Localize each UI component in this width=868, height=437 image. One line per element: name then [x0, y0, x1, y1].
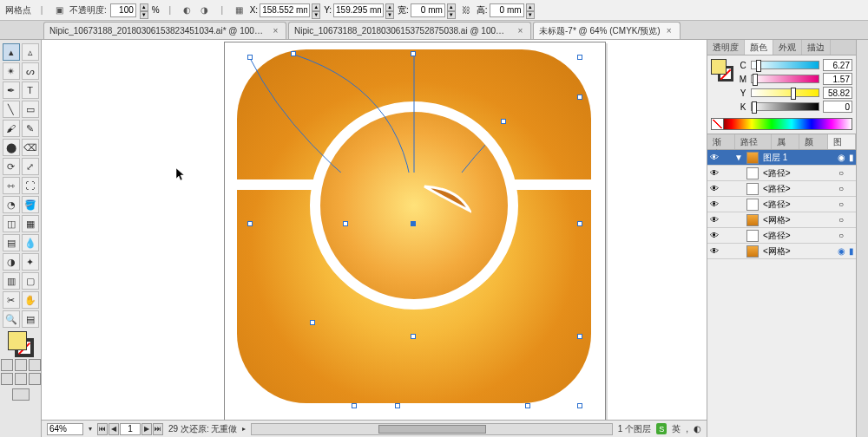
visibility-toggle[interactable]: 👁 — [707, 199, 721, 209]
rectangle-tool[interactable]: ▭ — [22, 101, 39, 118]
shape-builder-tool[interactable]: ◔ — [3, 196, 20, 213]
layer-list[interactable]: 👁 ▼ 图层 1 ◉ ▮ 👁 <路径> ○ — [707, 150, 856, 437]
m-value-input[interactable] — [823, 73, 852, 85]
anchor-point[interactable] — [411, 51, 416, 56]
print-tiling-tool[interactable]: ▤ — [22, 310, 39, 328]
live-paint-tool[interactable]: 🪣 — [22, 196, 39, 213]
y-value-input[interactable] — [823, 87, 852, 99]
anchor-point[interactable] — [411, 334, 416, 339]
anchor-point[interactable] — [501, 119, 506, 124]
opacity-stepper[interactable]: ▲▼ — [140, 3, 148, 17]
c-value-input[interactable] — [823, 59, 852, 71]
h-stepper[interactable]: ▲▼ — [526, 3, 535, 17]
ime-punct-icon[interactable]: , — [686, 424, 688, 434]
visibility-toggle[interactable]: 👁 — [707, 184, 721, 193]
anchor-point[interactable] — [291, 51, 296, 56]
anchor-point[interactable] — [577, 55, 582, 60]
visibility-toggle[interactable]: 👁 — [707, 168, 721, 178]
canvas[interactable] — [42, 40, 707, 420]
x-stepper[interactable]: ▲▼ — [312, 3, 320, 17]
target-icon[interactable]: ◉ — [835, 246, 847, 256]
k-value-input[interactable] — [823, 101, 852, 113]
column-graph-tool[interactable]: ▥ — [3, 272, 20, 290]
doc-tab-1[interactable]: Nipic_10673188_20180306153752875038.ai @… — [288, 22, 531, 39]
none-color-icon[interactable] — [712, 119, 724, 129]
draw-behind-icon[interactable] — [15, 373, 27, 385]
fill-stroke-swatches[interactable] — [1, 331, 41, 401]
hand-tool[interactable]: ✋ — [22, 291, 39, 309]
target-icon[interactable]: ○ — [835, 231, 847, 240]
w-input[interactable] — [411, 3, 445, 17]
magic-wand-tool[interactable]: ✴ — [3, 62, 20, 80]
panel-fill-stroke[interactable] — [711, 59, 733, 82]
slider-c-track[interactable] — [751, 61, 819, 69]
zoom-menu-icon[interactable]: ▾ — [89, 425, 92, 433]
tab-stroke[interactable]: 描边 — [802, 40, 831, 55]
tab-gradient[interactable]: 渐变 — [707, 134, 735, 149]
layer-name[interactable]: <路径> — [761, 183, 835, 195]
anchor-point[interactable] — [577, 334, 582, 339]
lasso-tool[interactable]: ᔕ — [22, 62, 39, 80]
target-icon[interactable]: ○ — [835, 199, 847, 209]
anchor-point[interactable] — [577, 403, 582, 408]
layer-row[interactable]: 👁 ▼ 图层 1 ◉ ▮ — [707, 150, 856, 166]
status-menu-icon[interactable]: ▸ — [242, 425, 246, 433]
visibility-toggle[interactable]: 👁 — [707, 246, 721, 256]
h-input[interactable] — [490, 3, 524, 17]
recolor-icon[interactable]: ◑ — [198, 3, 212, 17]
anchor-point[interactable] — [343, 221, 348, 226]
next-artboard-button[interactable]: ▶ — [141, 423, 152, 435]
tab-swatch[interactable]: 颜色 — [799, 134, 827, 149]
tab-appearance[interactable]: 外观 — [773, 40, 802, 55]
anchor-point[interactable] — [577, 95, 582, 100]
eyedropper-tool[interactable]: 💧 — [22, 234, 39, 251]
slice-tool[interactable]: ✂ — [3, 291, 20, 309]
spectrum-bar[interactable] — [711, 118, 852, 130]
ime-shape-icon[interactable]: ◐ — [694, 424, 701, 434]
tab-color[interactable]: 颜色 — [745, 40, 773, 55]
type-tool[interactable]: T — [22, 82, 39, 99]
zoom-input[interactable] — [47, 423, 83, 435]
slider-m-track[interactable] — [751, 75, 819, 83]
symbol-sprayer-tool[interactable]: ✦ — [22, 253, 39, 271]
toggle-bbox-icon[interactable]: ▣ — [52, 3, 66, 17]
x-input[interactable] — [260, 3, 310, 17]
visibility-toggle[interactable]: 👁 — [707, 231, 721, 240]
direct-select-tool[interactable]: ▵ — [22, 43, 39, 61]
vertical-scrollbar[interactable] — [856, 40, 868, 437]
tab-attributes[interactable]: 属性 — [772, 134, 799, 149]
ref-point-icon[interactable]: ▦ — [233, 3, 247, 17]
disclosure-icon[interactable]: ▼ — [733, 153, 744, 162]
layer-name[interactable]: <路径> — [761, 230, 835, 242]
layer-name[interactable]: 图层 1 — [761, 152, 835, 164]
anchor-point[interactable] — [310, 320, 315, 325]
rotate-tool[interactable]: ⟳ — [3, 158, 20, 175]
opacity-input[interactable] — [110, 3, 136, 17]
layer-name[interactable]: <网格> — [761, 214, 835, 226]
layer-row[interactable]: 👁 <网格> ◉ ▮ — [707, 244, 856, 259]
zoom-tool[interactable]: 🔍 — [3, 310, 20, 328]
free-transform-tool[interactable]: ⛶ — [22, 177, 39, 194]
layer-name[interactable]: <网格> — [761, 245, 835, 258]
visibility-toggle[interactable]: 👁 — [707, 153, 721, 162]
anchor-point[interactable] — [352, 403, 357, 408]
layer-row[interactable]: 👁 <路径> ○ — [707, 197, 856, 212]
tab-layers[interactable]: 图层 — [828, 134, 856, 149]
close-icon[interactable]: × — [664, 26, 674, 36]
layer-row[interactable]: 👁 <网格> ○ — [707, 212, 856, 228]
style-icon[interactable]: ◐ — [181, 3, 194, 17]
blob-brush-tool[interactable]: ⬤ — [3, 139, 20, 156]
slider-y-track[interactable] — [751, 88, 819, 97]
horizontal-scrollbar[interactable] — [251, 423, 612, 435]
prev-artboard-button[interactable]: ◀ — [108, 423, 119, 435]
target-icon[interactable]: ◉ — [835, 153, 847, 162]
layer-row[interactable]: 👁 <路径> ○ — [707, 181, 856, 197]
none-mode-icon[interactable] — [29, 359, 41, 371]
anchor-point[interactable] — [247, 221, 253, 226]
anchor-point-selected[interactable] — [411, 221, 416, 226]
artwork-rounded-rect[interactable] — [237, 49, 591, 403]
anchor-point[interactable] — [247, 55, 253, 60]
slider-k-track[interactable] — [751, 102, 819, 111]
screen-mode-icon[interactable] — [12, 388, 30, 401]
draw-inside-icon[interactable] — [29, 373, 41, 385]
